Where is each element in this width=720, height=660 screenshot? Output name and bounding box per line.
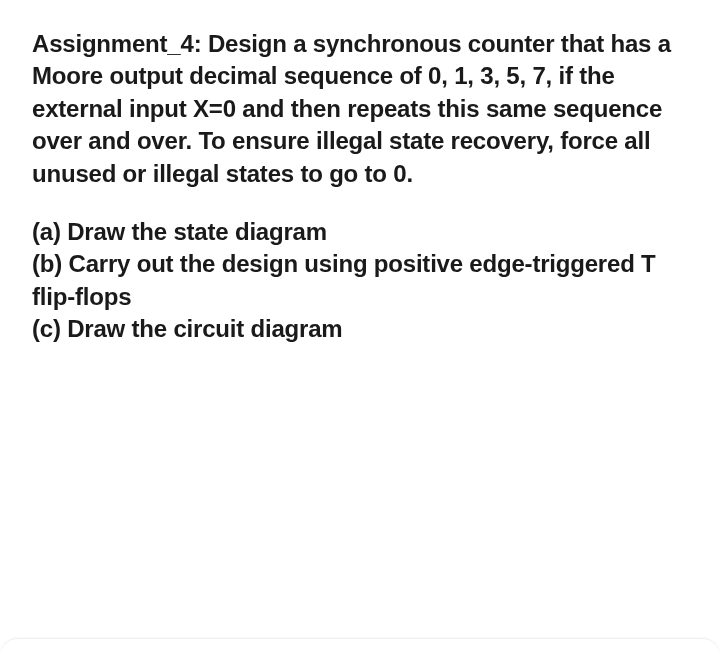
subpart-text: Carry out the design using positive edge… xyxy=(32,250,656,309)
subpart-text: Draw the circuit diagram xyxy=(67,315,342,342)
assignment-prompt: Assignment_4: Design a synchronous count… xyxy=(32,28,688,190)
subpart-a: (a) Draw the state diagram xyxy=(32,216,688,248)
subpart-label: (c) xyxy=(32,315,61,342)
subpart-b: (b) Carry out the design using positive … xyxy=(32,248,688,313)
assignment-title-label: Assignment_4: xyxy=(32,30,201,57)
card-bottom-edge xyxy=(0,638,720,660)
subparts-list: (a) Draw the state diagram (b) Carry out… xyxy=(32,216,688,346)
subpart-label: (a) xyxy=(32,218,61,245)
subpart-label: (b) xyxy=(32,250,62,277)
subpart-c: (c) Draw the circuit diagram xyxy=(32,313,688,345)
subpart-text: Draw the state diagram xyxy=(67,218,327,245)
